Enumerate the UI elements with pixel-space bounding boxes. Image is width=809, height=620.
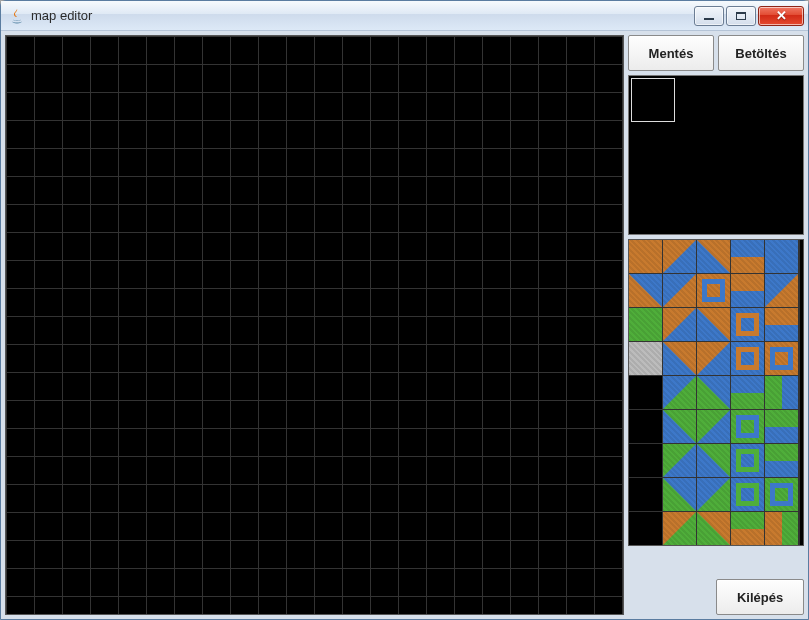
exit-button[interactable]: Kilépés [716,579,804,615]
palette-tile[interactable] [697,478,730,511]
tile-preview [628,75,804,235]
palette-tile[interactable] [663,240,696,273]
palette-tile[interactable] [663,308,696,341]
palette-tile[interactable] [697,512,730,545]
palette-tile[interactable] [629,342,662,375]
window-controls: ✕ [694,6,804,26]
palette-tile[interactable] [629,274,662,307]
palette-tile[interactable] [697,376,730,409]
palette-tile[interactable] [663,478,696,511]
palette-tile[interactable] [731,240,764,273]
titlebar[interactable]: map editor ✕ [1,1,808,31]
palette-tile[interactable] [765,376,798,409]
palette-tile[interactable] [697,444,730,477]
palette-tile[interactable] [663,274,696,307]
palette-tile[interactable] [697,410,730,443]
palette-tile[interactable] [663,342,696,375]
palette-tile[interactable] [765,410,798,443]
palette-tile[interactable] [697,342,730,375]
palette-tile[interactable] [697,240,730,273]
palette-tile[interactable] [731,308,764,341]
palette-tile[interactable] [629,308,662,341]
palette-tile[interactable] [629,376,662,409]
preview-selection [631,78,675,122]
palette-tile[interactable] [765,444,798,477]
palette-tile[interactable] [765,240,798,273]
palette-tile[interactable] [663,410,696,443]
palette-tile[interactable] [629,512,662,545]
palette-tile[interactable] [731,444,764,477]
palette-tile[interactable] [731,376,764,409]
window-title: map editor [31,8,92,23]
app-window: map editor ✕ Mentés Betöltés Kilépés [0,0,809,620]
close-button[interactable]: ✕ [758,6,804,26]
palette-tile[interactable] [629,444,662,477]
client-area: Mentés Betöltés Kilépés [1,31,808,619]
palette-tile[interactable] [629,240,662,273]
save-button[interactable]: Mentés [628,35,714,71]
java-icon [9,8,25,24]
load-button[interactable]: Betöltés [718,35,804,71]
palette-tile[interactable] [697,308,730,341]
minimize-button[interactable] [694,6,724,26]
palette-tile[interactable] [731,478,764,511]
map-canvas[interactable] [5,35,624,615]
palette-tile[interactable] [731,342,764,375]
tile-palette [628,239,804,546]
palette-tile[interactable] [731,410,764,443]
palette-tile[interactable] [731,274,764,307]
palette-tile[interactable] [765,342,798,375]
palette-tile[interactable] [765,308,798,341]
palette-tile[interactable] [629,410,662,443]
palette-tile[interactable] [663,376,696,409]
palette-tile[interactable] [731,512,764,545]
canvas-grid [6,36,623,614]
palette-tile[interactable] [765,512,798,545]
palette-tile[interactable] [765,478,798,511]
maximize-button[interactable] [726,6,756,26]
palette-tile[interactable] [697,274,730,307]
palette-tile[interactable] [629,478,662,511]
palette-tile[interactable] [663,444,696,477]
palette-tile[interactable] [663,512,696,545]
side-panel: Mentés Betöltés Kilépés [628,35,804,615]
palette-tile[interactable] [765,274,798,307]
